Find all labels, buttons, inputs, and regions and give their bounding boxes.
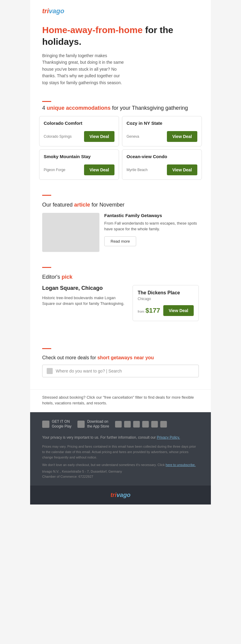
getaways-section-header: Check out more deals for short getaways … bbox=[42, 355, 199, 360]
pinterest-icon[interactable] bbox=[151, 421, 158, 428]
pick-price-value: $177 bbox=[146, 307, 160, 314]
hero-section: Home-away-from-home for the holidays. Br… bbox=[30, 18, 211, 95]
twitter-icon[interactable] bbox=[124, 421, 131, 428]
card-title-2: Cozy in NY State bbox=[127, 121, 197, 126]
google-play-text: GET IT ON Google Play bbox=[52, 419, 71, 429]
section-divider-1 bbox=[42, 101, 51, 102]
card-title-4: Ocean-view Condo bbox=[127, 154, 197, 159]
card-ocean-view: Ocean-view Condo Myrtle Beach View Deal bbox=[122, 149, 202, 180]
card-colorado-comfort: Colorado Comfort Colorado Springs View D… bbox=[39, 116, 119, 146]
section-divider-4 bbox=[42, 348, 51, 349]
search-icon bbox=[47, 368, 53, 374]
card-location-3: Pigeon Forge bbox=[44, 168, 65, 172]
article-content: Fantastic Family Getaways From Fall wond… bbox=[42, 213, 199, 252]
article-body: From Fall wonderlands to warm escapes, t… bbox=[104, 220, 199, 232]
legal-text-3: trivago N.V. , Kesselstraße 5 - 7, Dusse… bbox=[42, 469, 199, 474]
card-footer-2: Geneva View Deal bbox=[127, 131, 197, 142]
app-store-badge[interactable]: Download on the App Store bbox=[77, 419, 109, 429]
footer-dark: GET IT ON Google Play Download on the Ap… bbox=[30, 412, 211, 486]
instagram-icon[interactable] bbox=[133, 421, 140, 428]
pick-hotel-footer: from $177 View Deal bbox=[138, 305, 194, 316]
pick-hotel-name: The Dickens Place bbox=[138, 290, 194, 296]
search-bar[interactable]: Where do you want to go? | Search bbox=[42, 365, 199, 377]
cancellation-text: Stressed about booking? Click our "free … bbox=[42, 394, 199, 406]
footer-logo: trivago bbox=[42, 492, 199, 498]
hero-body: Bringing the family together makes Thank… bbox=[42, 52, 127, 86]
pick-price-from: from bbox=[138, 310, 144, 313]
card-title-1: Colorado Comfort bbox=[44, 121, 114, 126]
section-divider-2 bbox=[42, 195, 51, 196]
footer-logo-bar: trivago bbox=[30, 486, 211, 504]
pick-text-block: Logan Square, Chicago Historic tree-line… bbox=[42, 285, 128, 307]
pick-hotel-card: The Dickens Place Chicago from $177 View… bbox=[133, 285, 199, 321]
getaways-section: Check out more deals for short getaways … bbox=[30, 352, 211, 389]
card-footer-3: Pigeon Forge View Deal bbox=[44, 164, 114, 175]
section-divider-3 bbox=[42, 267, 51, 268]
app-store-text: Download on the App Store bbox=[87, 419, 109, 429]
view-deal-button-2[interactable]: View Deal bbox=[167, 131, 197, 142]
pick-place-name: Logan Square, Chicago bbox=[42, 285, 128, 291]
spacer-1 bbox=[30, 330, 211, 348]
article-title: Fantastic Family Getaways bbox=[104, 213, 199, 218]
card-footer-4: Myrtle Beach View Deal bbox=[127, 164, 197, 175]
view-deal-button-3[interactable]: View Deal bbox=[84, 164, 114, 175]
cards-container: Colorado Comfort Colorado Springs View D… bbox=[39, 116, 202, 180]
article-section: Our featured article for November Fantas… bbox=[30, 199, 211, 261]
hero-title: Home-away-from-home for the holidays. bbox=[42, 24, 199, 48]
card-title-3: Smoky Mountain Stay bbox=[44, 154, 114, 159]
card-location-4: Myrtle Beach bbox=[127, 168, 148, 172]
linkedin-icon[interactable] bbox=[160, 421, 167, 428]
footer-apps: GET IT ON Google Play Download on the Ap… bbox=[42, 419, 199, 429]
article-text-block: Fantastic Family Getaways From Fall wond… bbox=[104, 213, 199, 252]
card-cozy-ny: Cozy in NY State Geneva View Deal bbox=[122, 116, 202, 146]
view-deal-button-4[interactable]: View Deal bbox=[167, 164, 197, 175]
accommodations-section-header: 4 unique accommodations for your Thanksg… bbox=[30, 105, 211, 116]
search-placeholder-text: Where do you want to go? | Search bbox=[56, 369, 122, 373]
footer-privacy: Your privacy is very important to us. Fo… bbox=[42, 435, 199, 440]
footer-legal: Prices may vary. Pricing and fares conta… bbox=[42, 444, 199, 480]
cancellation-note: Stressed about booking? Click our "free … bbox=[30, 389, 211, 412]
social-icons bbox=[115, 421, 167, 428]
google-play-badge[interactable]: GET IT ON Google Play bbox=[42, 419, 71, 429]
privacy-policy-link[interactable]: Privacy Policy. bbox=[157, 435, 180, 440]
header: trivago bbox=[30, 0, 211, 18]
editors-pick-header: Editor's pick bbox=[42, 274, 199, 280]
card-location-1: Colorado Springs bbox=[44, 134, 72, 139]
article-section-header: Our featured article for November bbox=[42, 202, 199, 208]
app-store-icon bbox=[77, 421, 85, 428]
pick-place-description: Historic tree-lined boulevards make Loga… bbox=[42, 295, 128, 307]
legal-text-2: We don't love an early checkout, but we … bbox=[42, 462, 199, 468]
view-deal-button-1[interactable]: View Deal bbox=[84, 131, 114, 142]
editors-pick-section: Editor's pick Logan Square, Chicago Hist… bbox=[30, 271, 211, 330]
youtube-icon[interactable] bbox=[142, 421, 149, 428]
card-footer-1: Colorado Springs View Deal bbox=[44, 131, 114, 142]
read-more-button[interactable]: Read more bbox=[104, 236, 136, 246]
article-image bbox=[42, 213, 99, 252]
unsubscribe-link[interactable]: here to unsubscribe. bbox=[166, 463, 196, 467]
pick-price: from $177 bbox=[138, 307, 160, 314]
legal-text-4: Chamber of Commerce: 67222927 bbox=[42, 474, 199, 480]
logo: trivago bbox=[42, 7, 199, 15]
legal-text-1: Prices may vary. Pricing and fares conta… bbox=[42, 444, 199, 460]
accommodations-grid: Colorado Comfort Colorado Springs View D… bbox=[30, 116, 211, 189]
pick-hotel-location: Chicago bbox=[138, 297, 194, 301]
pick-content: Logan Square, Chicago Historic tree-line… bbox=[42, 285, 199, 321]
card-smoky-mountain: Smoky Mountain Stay Pigeon Forge View De… bbox=[39, 149, 119, 180]
pick-view-deal-button[interactable]: View Deal bbox=[163, 305, 194, 316]
google-play-icon bbox=[42, 421, 49, 428]
card-location-2: Geneva bbox=[127, 134, 139, 139]
facebook-icon[interactable] bbox=[115, 421, 122, 428]
